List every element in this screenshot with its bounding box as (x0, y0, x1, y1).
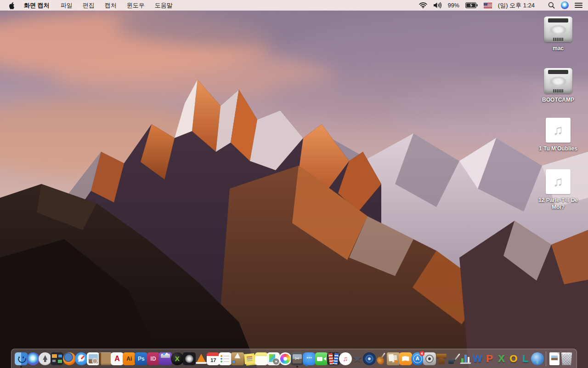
dock-item-calendar[interactable]: 17 (207, 350, 219, 368)
battery-charging-icon[interactable] (465, 2, 478, 8)
desktop-icons: macBOOTCAMP♫1 Tu M'Oublies♫12 Parle-T-Il… (532, 0, 584, 258)
dock-item-siri[interactable] (27, 350, 39, 368)
desktop-icon-drive-bootcamp[interactable]: BOOTCAMP (532, 68, 584, 104)
notes-icon (255, 352, 268, 365)
menu-bar: 화면 캡처 파일편집캡처윈도우도움말 99% (0, 0, 588, 11)
desktop-icon-label: mac (553, 45, 564, 52)
dock-item-safari[interactable] (75, 350, 87, 368)
menu-clock[interactable]: (일) 오후 1:24 (498, 1, 535, 10)
photos-icon (279, 352, 292, 365)
dock: AAiPsIDX17✂•••♫★A4WPXOL↓ (11, 349, 577, 368)
dock-item-notes[interactable] (255, 350, 267, 368)
dock-item-stickies[interactable] (243, 350, 255, 368)
dock-item-mission-control[interactable] (51, 350, 63, 368)
web-downloader-icon: ↓ (531, 352, 544, 365)
desktop-icon-label: 12 Parle-T-Il De Moi? (532, 197, 584, 211)
dock-item-lync[interactable]: L (520, 350, 531, 368)
dock-item-outlook[interactable]: O (508, 350, 520, 368)
dock-item-itunes[interactable]: ♫ (339, 350, 351, 368)
dock-item-firefox[interactable] (63, 350, 75, 368)
finder-icon (15, 352, 28, 365)
dock-item-indesign[interactable]: ID (147, 350, 159, 368)
dock-item-toast-titanium[interactable] (159, 350, 171, 368)
volume-icon[interactable] (433, 2, 442, 8)
desktop-icon-label: BOOTCAMP (542, 97, 574, 104)
menu-items: 파일편집캡처윈도우도움말 (61, 1, 173, 10)
menubar-menu-5[interactable]: 도움말 (155, 1, 173, 10)
dock-item-colorsync-utility[interactable] (267, 350, 279, 368)
keynote-icon (435, 352, 448, 365)
document-file-icon (549, 352, 560, 365)
dock-item-installer-box[interactable] (232, 350, 243, 368)
menubar-menu-1[interactable]: 파일 (61, 1, 73, 10)
dock-item-grab-screen-capture[interactable]: ✂ (291, 350, 303, 368)
dock-item-photo-booth[interactable] (328, 350, 339, 368)
dock-item-illustrator[interactable]: Ai (123, 350, 135, 368)
menubar-menu-4[interactable]: 윈도우 (127, 1, 145, 10)
dock-item-launchpad[interactable] (39, 350, 51, 368)
system-preferences-icon (423, 352, 436, 365)
dock-item-photoshop[interactable]: Ps (135, 350, 147, 368)
active-app-menu[interactable]: 화면 캡처 (24, 1, 50, 10)
vlc-icon (195, 352, 208, 365)
lync-icon: L (519, 352, 532, 365)
dock-item-dvd-player[interactable] (363, 350, 375, 368)
dock-item-reminders[interactable] (219, 350, 231, 368)
dock-item-powerpoint[interactable]: P (483, 350, 495, 368)
dock-item-document-file[interactable] (548, 350, 560, 368)
menubar-menu-2[interactable]: 편집 (83, 1, 95, 10)
siri-icon (27, 352, 40, 365)
dock-item-web-downloader[interactable]: ↓ (531, 350, 543, 368)
dock-item-app-store[interactable]: A4 (412, 350, 424, 368)
desktop: 화면 캡처 파일편집캡처윈도우도움말 99% (0, 0, 588, 368)
dock-item-disk-tool[interactable] (183, 350, 195, 368)
dock-item-pages[interactable] (447, 350, 459, 368)
menubar-menu-3[interactable]: 캡처 (105, 1, 117, 10)
dock-item-word[interactable]: W (471, 350, 483, 368)
dock-item-finder[interactable] (15, 350, 27, 368)
dock-item-acrobat-reader[interactable]: A (111, 350, 123, 368)
acrobat-reader-icon: A (111, 352, 124, 365)
indesign-icon: ID (147, 352, 160, 365)
grab-screen-capture-icon: ✂ (291, 352, 304, 365)
ibooks-icon (399, 352, 412, 365)
toast-titanium-icon (159, 352, 172, 365)
dock-item-contacts-book[interactable] (99, 350, 111, 368)
garageband-icon (375, 352, 388, 365)
dock-item-trash[interactable] (560, 350, 572, 368)
contacts-book-icon (99, 352, 112, 365)
wallpaper (0, 0, 588, 368)
facetime-icon (315, 352, 328, 365)
dock-item-photos[interactable] (279, 350, 291, 368)
dock-item-bulletin-board-app[interactable] (387, 350, 399, 368)
dock-item-imovie[interactable]: ★ (351, 350, 363, 368)
dock-item-keynote[interactable] (435, 350, 447, 368)
input-source-flag-icon[interactable] (484, 3, 492, 8)
preview-icon (87, 352, 100, 365)
desktop-icon-drive-mac[interactable]: mac (532, 17, 584, 52)
photoshop-icon: Ps (135, 352, 147, 365)
dock-item-facetime[interactable] (316, 350, 328, 368)
dock-item-numbers[interactable] (459, 350, 471, 368)
dock-item-green-x-app[interactable]: X (171, 350, 183, 368)
drive-icon (544, 17, 572, 42)
dock-item-garageband[interactable] (375, 350, 387, 368)
desktop-icon-audio-file-1[interactable]: ♫1 Tu M'Oublies (532, 118, 584, 152)
photo-booth-icon (327, 352, 340, 365)
colorsync-utility-icon (267, 352, 280, 365)
wifi-icon[interactable] (419, 2, 427, 8)
dock-item-preview[interactable] (87, 350, 99, 368)
trash-icon (560, 352, 573, 365)
launchpad-icon (39, 352, 51, 365)
apple-logo-icon (8, 2, 15, 9)
outlook-icon: O (507, 352, 520, 365)
dock-item-messages[interactable]: ••• (303, 350, 315, 368)
dock-item-vlc[interactable] (195, 350, 207, 368)
messages-icon: ••• (303, 352, 316, 365)
desktop-icon-audio-file-2[interactable]: ♫12 Parle-T-Il De Moi? (532, 169, 584, 211)
dock-item-system-preferences[interactable] (424, 350, 435, 368)
dock-item-excel[interactable]: X (496, 350, 508, 368)
powerpoint-icon: P (483, 352, 496, 365)
dock-item-ibooks[interactable] (400, 350, 412, 368)
apple-menu[interactable] (8, 2, 15, 9)
